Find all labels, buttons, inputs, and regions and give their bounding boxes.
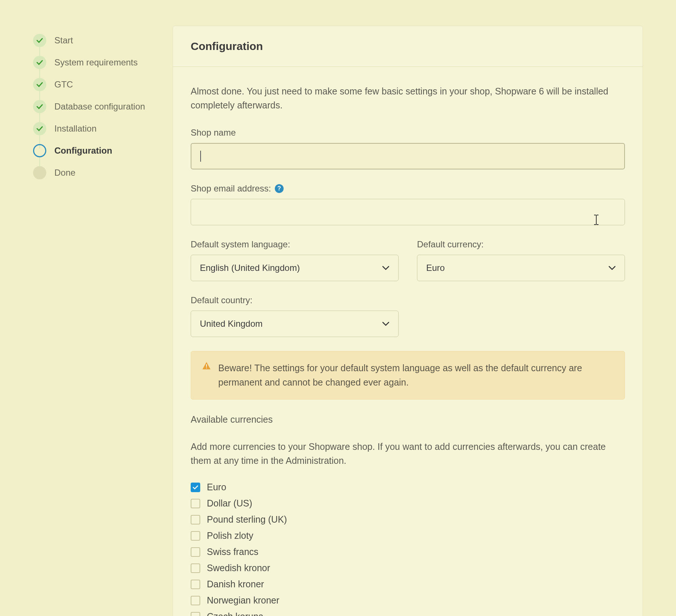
step-gtc[interactable]: GTC [33,74,154,96]
chevron-down-icon [608,266,616,270]
currency-select[interactable]: Euro [417,255,625,281]
main-header: Configuration [173,26,643,67]
step-start[interactable]: Start [33,29,154,51]
currency-norwegian-kroner[interactable]: Norwegian kroner [191,595,625,606]
main-body: Almost done. You just need to make some … [173,67,643,616]
shop-name-label: Shop name [191,128,625,138]
step-label: Start [54,35,73,46]
currency-dollar-us-[interactable]: Dollar (US) [191,498,625,509]
checkbox-label: Polish zloty [207,530,253,541]
step-label: Installation [54,123,97,134]
step-done[interactable]: Done [33,162,154,184]
language-value: English (United Kingdom) [200,263,300,273]
checkbox-label: Dollar (US) [207,498,252,509]
currency-danish-kroner[interactable]: Danish kroner [191,579,625,590]
installer-layout: StartSystem requirementsGTCDatabase conf… [33,26,643,616]
checkbox[interactable] [191,531,200,541]
checkbox[interactable] [191,596,200,605]
language-select[interactable]: English (United Kingdom) [191,255,399,281]
check-icon [33,34,46,47]
checkbox-label: Swiss francs [207,547,258,557]
checkbox[interactable] [191,612,200,616]
step-database-configuration[interactable]: Database configuration [33,96,154,118]
currency-swedish-kronor[interactable]: Swedish kronor [191,563,625,573]
check-icon [33,56,46,69]
help-icon[interactable]: ? [275,184,284,193]
step-system-requirements[interactable]: System requirements [33,51,154,74]
shop-name-group: Shop name [191,128,625,169]
checkbox-label: Danish kroner [207,579,264,590]
checkbox[interactable] [191,563,200,573]
checkbox[interactable] [191,515,200,524]
step-installation[interactable]: Installation [33,118,154,140]
checkbox[interactable] [191,499,200,508]
currency-swiss-francs[interactable]: Swiss francs [191,547,625,557]
step-label: Database configuration [54,101,145,112]
step-label: Done [54,168,75,178]
country-label: Default country: [191,295,399,305]
check-icon [33,78,46,91]
intro-text: Almost done. You just need to make some … [191,85,625,112]
currency-label: Default currency: [417,239,625,250]
currency-group: Default currency: Euro [417,239,625,281]
checkbox[interactable] [191,483,200,492]
checkbox-label: Swedish kronor [207,563,270,573]
currencies-title: Available currencies [191,414,625,425]
checkbox[interactable] [191,547,200,557]
shop-email-group: Shop email address: ? [191,183,625,225]
language-group: Default system language: English (United… [191,239,399,281]
currencies-desc: Add more currencies to your Shopware sho… [191,440,625,468]
svg-rect-1 [206,368,207,368]
country-select[interactable]: United Kingdom [191,311,399,337]
chevron-down-icon [382,322,389,326]
step-label: System requirements [54,57,138,68]
warning-alert: Beware! The settings for your default sy… [191,351,625,400]
country-group: Default country: United Kingdom [191,295,399,337]
country-value: United Kingdom [200,319,263,329]
svg-rect-0 [206,364,207,367]
currency-pound-sterling-uk-[interactable]: Pound sterling (UK) [191,514,625,525]
shop-name-input[interactable] [191,143,625,169]
language-label: Default system language: [191,239,399,250]
text-caret [200,151,201,162]
main-panel: Configuration Almost done. You just need… [173,26,643,616]
page-title: Configuration [191,40,625,53]
checkbox[interactable] [191,580,200,589]
step-label: GTC [54,79,73,90]
currency-value: Euro [426,263,445,273]
warning-icon [202,362,211,370]
steps-sidebar: StartSystem requirementsGTCDatabase conf… [33,26,154,616]
chevron-down-icon [382,266,389,270]
currency-euro[interactable]: Euro [191,482,625,493]
currencies-list: EuroDollar (US)Pound sterling (UK)Polish… [191,482,625,616]
step-label: Configuration [54,146,112,156]
checkbox-label: Euro [207,482,226,493]
check-icon [33,100,46,113]
step-configuration[interactable]: Configuration [33,140,154,162]
currency-czech-koruna[interactable]: Czech koruna [191,611,625,616]
shop-email-input[interactable] [191,199,625,225]
warning-text: Beware! The settings for your default sy… [218,361,614,390]
currency-polish-zloty[interactable]: Polish zloty [191,530,625,541]
checkbox-label: Czech koruna [207,611,263,616]
shop-email-label: Shop email address: [191,183,271,194]
pending-step-icon [33,166,46,179]
checkbox-label: Norwegian kroner [207,595,279,606]
checkbox-label: Pound sterling (UK) [207,514,287,525]
check-icon [33,122,46,135]
active-step-icon [33,144,46,157]
